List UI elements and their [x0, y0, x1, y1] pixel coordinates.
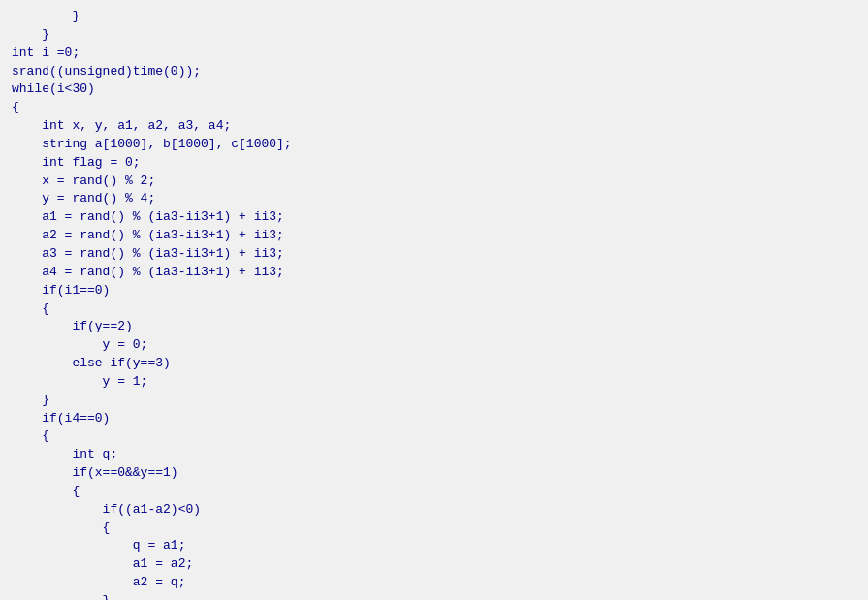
- code-line: {: [12, 300, 856, 319]
- code-line: while(i<30): [12, 80, 856, 99]
- code-line: y = rand() % 4;: [12, 190, 856, 208]
- code-line: srand((unsigned)time(0));: [12, 63, 856, 81]
- code-line: }: [12, 392, 856, 410]
- code-line: a4 = rand() % (ia3-ii3+1) + ii3;: [12, 264, 856, 282]
- code-line: }: [12, 592, 856, 600]
- code-line: q = a1;: [12, 537, 856, 555]
- code-line: int q;: [12, 446, 856, 464]
- code-line: if(x==0&&y==1): [12, 464, 856, 483]
- code-line: a3 = rand() % (ia3-ii3+1) + ii3;: [12, 245, 856, 264]
- code-line: a2 = rand() % (ia3-ii3+1) + ii3;: [12, 227, 856, 245]
- code-line: a1 = rand() % (ia3-ii3+1) + ii3;: [12, 208, 856, 227]
- code-line: if((a1-a2)<0): [12, 501, 856, 520]
- code-editor: } }int i =0;srand((unsigned)time(0));whi…: [0, 0, 868, 600]
- code-line: x = rand() % 2;: [12, 173, 856, 191]
- code-line: {: [12, 520, 856, 538]
- code-line: if(i1==0): [12, 282, 856, 300]
- code-line: a2 = q;: [12, 574, 856, 592]
- code-line: if(y==2): [12, 318, 856, 336]
- code-line: {: [12, 483, 856, 501]
- code-line: if(i4==0): [12, 410, 856, 428]
- code-line: int i =0;: [12, 45, 856, 63]
- code-line: {: [12, 427, 856, 446]
- code-line: {: [12, 99, 856, 117]
- code-line: string a[1000], b[1000], c[1000];: [12, 136, 856, 154]
- code-line: }: [12, 8, 856, 26]
- code-line: a1 = a2;: [12, 555, 856, 574]
- code-line: int flag = 0;: [12, 154, 856, 173]
- code-line: else if(y==3): [12, 355, 856, 373]
- code-line: int x, y, a1, a2, a3, a4;: [12, 117, 856, 136]
- code-line: y = 1;: [12, 373, 856, 392]
- code-line: y = 0;: [12, 336, 856, 355]
- code-line: }: [12, 26, 856, 45]
